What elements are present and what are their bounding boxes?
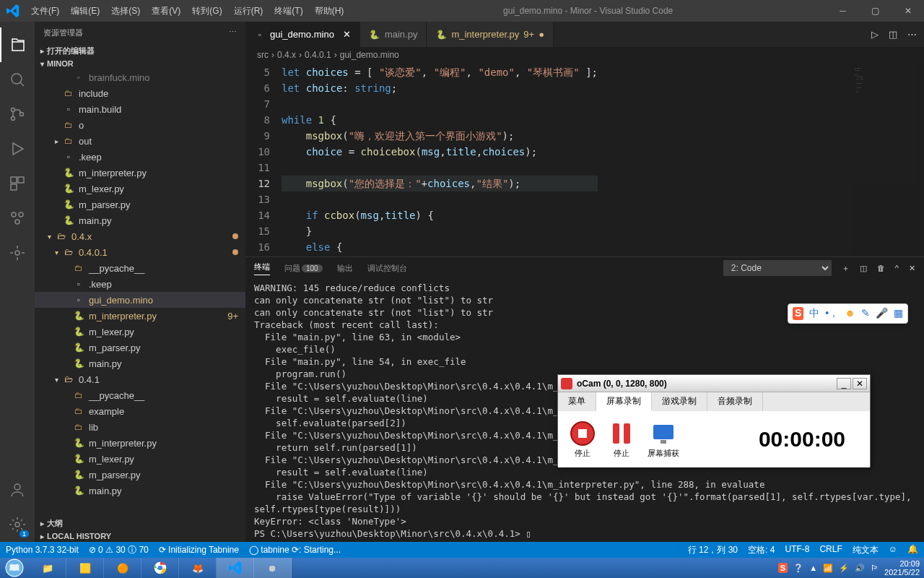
- taskbar-vscode[interactable]: [217, 558, 254, 578]
- tree-item[interactable]: ▸🐍m_parser.py: [35, 197, 245, 212]
- gitlens-icon[interactable]: [0, 236, 35, 270]
- tab-terminal[interactable]: 终端: [254, 262, 270, 275]
- tree-item[interactable]: ▸🐍m_interpreter.py: [35, 165, 245, 181]
- ocam-menu[interactable]: 菜单: [558, 392, 596, 411]
- taskbar-media[interactable]: 🟠: [104, 558, 141, 578]
- ime-toolbar[interactable]: S 中 •， ☻ ✎ 🎤 ▦: [788, 303, 908, 324]
- status-spaces[interactable]: 空格: 4: [748, 544, 775, 556]
- editor-tab[interactable]: ▫gui_demo.mino ✕: [245, 22, 360, 47]
- status-python[interactable]: Python 3.7.3 32-bit: [6, 545, 79, 555]
- status-tabnine1[interactable]: ⟳ Initializing Tabnine: [159, 545, 239, 555]
- tab-problems[interactable]: 问题100: [284, 263, 323, 274]
- ocam-pause-button[interactable]: 停止: [609, 420, 635, 459]
- close-panel-icon[interactable]: ✕: [909, 264, 915, 273]
- localhistory-section[interactable]: ▸LOCAL HISTORY: [35, 530, 245, 542]
- tree-item[interactable]: ▸▫.keep: [35, 276, 245, 292]
- testing-icon[interactable]: [0, 201, 35, 236]
- menu-item[interactable]: 选择(S): [105, 0, 146, 22]
- tray-flag-icon[interactable]: 🏳: [871, 564, 879, 572]
- explorer-icon[interactable]: [0, 27, 35, 62]
- close-icon[interactable]: ✕: [892, 0, 924, 22]
- ocam-close-icon[interactable]: ✕: [853, 378, 867, 389]
- trash-icon[interactable]: 🗑: [877, 264, 885, 272]
- ocam-window[interactable]: oCam (0, 0, 1280, 800) _ ✕ 菜单 屏幕录制 游戏录制 …: [557, 374, 871, 467]
- tray-network-icon[interactable]: 📶: [823, 564, 833, 573]
- run-icon[interactable]: ▷: [871, 29, 879, 40]
- taskbar-chrome[interactable]: [141, 558, 179, 578]
- tree-item[interactable]: ▸🗀o: [35, 117, 245, 133]
- extensions-icon[interactable]: [0, 166, 35, 201]
- tree-item[interactable]: ▸🐍m_lexer.py: [35, 451, 245, 467]
- tree-item[interactable]: ▾🗁0.4.x: [35, 228, 245, 244]
- new-terminal-icon[interactable]: ＋: [842, 263, 850, 274]
- tree-item[interactable]: ▸🗀out: [35, 133, 245, 149]
- status-feedback-icon[interactable]: ☺: [889, 544, 897, 556]
- open-editors-section[interactable]: ▸打开的编辑器: [35, 44, 245, 58]
- tray-clock[interactable]: 20:092021/5/22: [884, 559, 920, 577]
- tree-item[interactable]: ▸🗀example: [35, 403, 245, 419]
- run-debug-icon[interactable]: [0, 131, 35, 166]
- workspace-section[interactable]: ▾MINOR: [35, 58, 245, 69]
- split-icon[interactable]: ◫: [889, 29, 897, 40]
- menu-item[interactable]: 运行(R): [228, 0, 269, 22]
- tree-item[interactable]: ▸🐍m_lexer.py: [35, 324, 245, 340]
- ime-lang-icon[interactable]: 中: [809, 307, 819, 320]
- status-encoding[interactable]: UTF-8: [785, 544, 809, 556]
- tab-output[interactable]: 输出: [337, 263, 353, 274]
- ocam-stop-button[interactable]: 停止: [570, 420, 596, 459]
- taskbar-app1[interactable]: 🟨: [66, 558, 104, 578]
- status-language[interactable]: 纯文本: [853, 544, 879, 556]
- taskbar-explorer[interactable]: 📁: [29, 558, 66, 578]
- ime-voice-icon[interactable]: 🎤: [876, 307, 888, 320]
- menu-item[interactable]: 文件(F): [25, 0, 65, 22]
- taskbar-firefox[interactable]: 🦊: [179, 558, 217, 578]
- menu-item[interactable]: 查看(V): [146, 0, 186, 22]
- editor-tab[interactable]: 🐍main.py: [360, 22, 427, 47]
- ocam-tab-audio[interactable]: 音频录制: [707, 392, 763, 411]
- tree-item[interactable]: ▸▫.keep: [35, 149, 245, 165]
- status-bell-icon[interactable]: 🔔: [907, 544, 918, 556]
- tree-item[interactable]: ▸▫main.build: [35, 101, 245, 117]
- editor-tab[interactable]: 🐍m_interpreter.py 9+ ●: [427, 22, 554, 47]
- tray-battery-icon[interactable]: ⚡: [839, 564, 849, 573]
- tree-item[interactable]: ▸🐍m_parser.py: [35, 340, 245, 355]
- maximize-panel-icon[interactable]: ^: [895, 264, 899, 272]
- tree-item[interactable]: ▸🐍m_interpreter.py: [35, 435, 245, 451]
- tree-item[interactable]: ▸🐍main.py: [35, 212, 245, 228]
- tree-item[interactable]: ▸🗀__pycache__: [35, 387, 245, 403]
- tray-volume-icon[interactable]: 🔊: [855, 564, 865, 573]
- tree-item[interactable]: ▸🗀include: [35, 85, 245, 101]
- split-terminal-icon[interactable]: ◫: [860, 264, 867, 273]
- tree-item[interactable]: ▸🐍main.py: [35, 355, 245, 371]
- tree-item[interactable]: ▸🐍main.py: [35, 483, 245, 499]
- tree-item[interactable]: ▸🐍m_interpreter.py9+: [35, 308, 245, 324]
- status-eol[interactable]: CRLF: [819, 544, 842, 556]
- tree-item[interactable]: ▸▫gui_demo.mino: [35, 292, 245, 308]
- menu-item[interactable]: 终端(T): [269, 0, 308, 22]
- ime-toolbox-icon[interactable]: ▦: [894, 307, 903, 320]
- code-editor[interactable]: 5678910111213141516 let choices = [ "谈恋爱…: [245, 63, 924, 256]
- tree-item[interactable]: ▸▫brainfuck.mino: [35, 69, 245, 85]
- tray-expand-icon[interactable]: ▲: [809, 564, 817, 572]
- ime-punct-icon[interactable]: •，: [825, 307, 839, 320]
- ocam-tab-screen[interactable]: 屏幕录制: [596, 392, 652, 411]
- tray-info-icon[interactable]: ❔: [793, 564, 803, 573]
- ocam-tab-game[interactable]: 游戏录制: [652, 392, 707, 411]
- tray-sogou-icon[interactable]: S: [778, 563, 788, 573]
- tree-item[interactable]: ▸🗀lib: [35, 419, 245, 435]
- ime-emoji-icon[interactable]: ☻: [845, 307, 855, 320]
- menu-item[interactable]: 编辑(E): [65, 0, 105, 22]
- menu-item[interactable]: 转到(G): [186, 0, 227, 22]
- status-tabnine2[interactable]: ◯ tabnine ⟳: Starting...: [249, 545, 341, 555]
- settings-icon[interactable]: 1: [0, 507, 35, 542]
- breadcrumb[interactable]: src › 0.4.x › 0.4.0.1 › gui_demo.mino: [245, 47, 924, 63]
- maximize-icon[interactable]: ▢: [859, 0, 892, 22]
- more-actions-icon[interactable]: ⋯: [907, 29, 917, 40]
- tree-item[interactable]: ▾🗁0.4.1: [35, 371, 245, 387]
- ime-skin-icon[interactable]: ✎: [861, 307, 870, 320]
- status-cursor[interactable]: 行 12，列 30: [688, 544, 738, 556]
- minimize-icon[interactable]: ─: [827, 0, 859, 22]
- search-icon[interactable]: [0, 62, 35, 97]
- menu-item[interactable]: 帮助(H): [309, 0, 350, 22]
- terminal-select[interactable]: 2: Code: [723, 260, 832, 276]
